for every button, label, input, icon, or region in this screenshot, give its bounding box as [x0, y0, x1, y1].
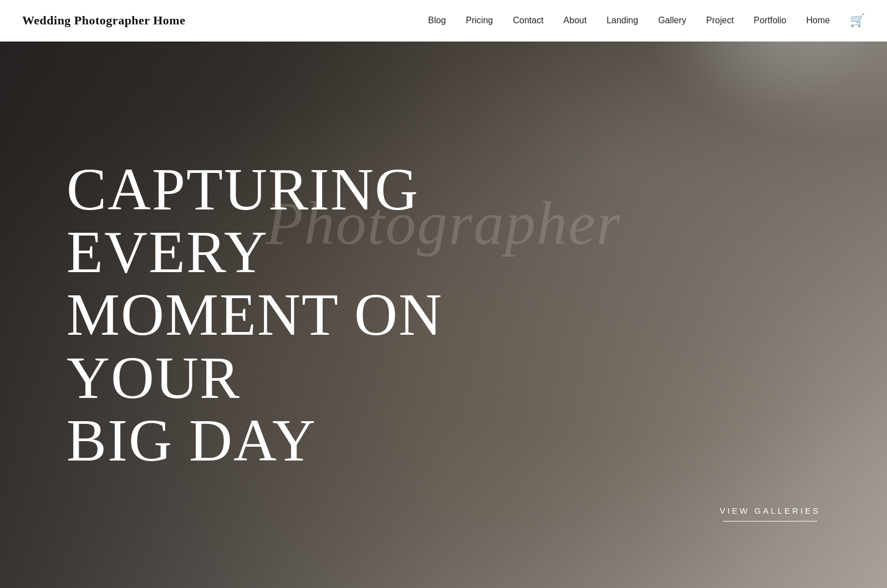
nav-link-blog[interactable]: Blog	[428, 16, 446, 25]
cta-underline	[723, 521, 817, 521]
nav-item-landing[interactable]: Landing	[606, 16, 638, 25]
nav-link-landing[interactable]: Landing	[606, 16, 638, 25]
nav-item-home[interactable]: Home	[806, 16, 830, 25]
nav-item-about[interactable]: About	[563, 16, 587, 25]
nav-item-contact[interactable]: Contact	[513, 16, 543, 25]
nav-link-gallery[interactable]: Gallery	[658, 16, 686, 25]
brand-logo[interactable]: Wedding Photographer Home	[22, 13, 185, 28]
nav-menu: Blog Pricing Contact About Landing Galle…	[428, 13, 865, 28]
nav-item-pricing[interactable]: Pricing	[466, 16, 493, 25]
navbar: Wedding Photographer Home Blog Pricing C…	[0, 0, 887, 42]
nav-link-about[interactable]: About	[563, 16, 587, 25]
nav-link-portfolio[interactable]: Portfolio	[754, 16, 787, 25]
nav-item-project[interactable]: Project	[706, 16, 734, 25]
nav-link-pricing[interactable]: Pricing	[466, 16, 493, 25]
hero-headline-line2: MOMENT ON YOUR	[67, 282, 443, 410]
nav-item-blog[interactable]: Blog	[428, 16, 446, 25]
hero-headline-line3: BIG DAY	[67, 407, 317, 473]
cart-icon-item[interactable]: 🛒	[850, 13, 865, 28]
cta-label[interactable]: VIEW GALLERIES	[720, 506, 820, 515]
hero-headline: CAPTURING EVERY MOMENT ON YOUR BIG DAY	[67, 158, 565, 472]
hero-text-block: CAPTURING EVERY MOMENT ON YOUR BIG DAY	[0, 42, 565, 588]
nav-item-portfolio[interactable]: Portfolio	[754, 16, 787, 25]
cart-icon[interactable]: 🛒	[850, 13, 865, 27]
nav-item-gallery[interactable]: Gallery	[658, 16, 686, 25]
hero-section: Photographer CAPTURING EVERY MOMENT ON Y…	[0, 0, 887, 588]
hero-headline-line1: CAPTURING EVERY	[67, 156, 419, 285]
hero-cta-block[interactable]: VIEW GALLERIES	[720, 506, 820, 521]
nav-link-home[interactable]: Home	[806, 16, 830, 25]
nav-link-project[interactable]: Project	[706, 16, 734, 25]
nav-link-contact[interactable]: Contact	[513, 16, 543, 25]
